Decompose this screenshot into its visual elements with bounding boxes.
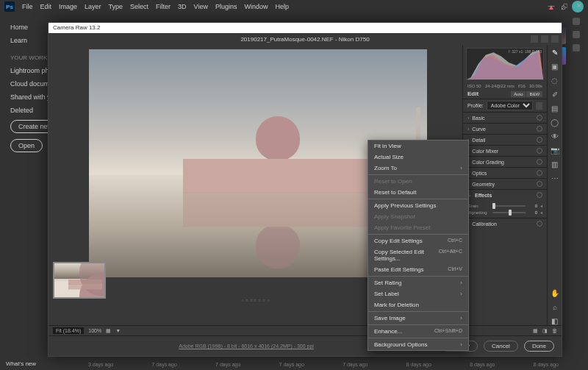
menu-plugins[interactable]: Plugins [215,3,237,10]
cancel-button[interactable]: Cancel [484,341,518,352]
minimize-icon[interactable]: — [548,2,555,10]
toggle-tool-icon[interactable]: ◧ [551,316,559,325]
redeye-tool-icon[interactable]: 👁 [551,132,559,140]
ps-logo: Ps [4,1,15,12]
menu-view[interactable]: View [194,3,208,10]
edit-tool-icon[interactable]: ✎ [551,48,559,57]
context-menu: Fit in View Actual Size Zoom To› Reset t… [368,140,469,351]
edit-label: Edit [467,90,478,97]
menu-file[interactable]: File [22,3,33,10]
acr-file-header: 20190217_PutraMosque-0042.NEF - Nikon D7… [49,33,562,45]
panel-icon[interactable] [573,18,580,25]
ctx-bg-options[interactable]: Background Options› [368,339,468,350]
acc-effects[interactable]: ⌄Effects [463,189,547,200]
zoom-tool-icon[interactable]: ⌕ [551,302,559,311]
radial-tool-icon[interactable]: ◯ [551,118,559,127]
filter-icon[interactable]: ▼ [115,328,121,333]
acc-curve[interactable]: ›Curve [463,123,547,134]
grid-view-icon[interactable]: ▦ [533,328,538,334]
acc-geometry[interactable]: ›Geometry [463,178,547,189]
ctx-reset-default[interactable]: Reset to Default [368,187,468,198]
maximize-icon[interactable]: □ [564,2,567,10]
fit-dropdown[interactable]: Fit (18.4%) [53,327,84,334]
profile-browser-icon[interactable] [536,102,542,110]
menu-select[interactable]: Select [130,3,148,10]
acc-colormixer[interactable]: ›Color Mixer [463,145,547,156]
ctx-paste[interactable]: Paste Edit SettingsCtrl+V [368,264,468,275]
hand-tool-icon[interactable]: ✋ [551,288,559,297]
ctx-apply-fav: Apply Favorite Preset [368,222,468,233]
vignette-slider[interactable] [492,212,526,213]
camera-raw-dialog: Camera Raw 13.2 20190217_PutraMosque-004… [48,22,562,357]
menu-filter[interactable]: Filter [156,3,171,10]
trash-icon[interactable]: 🗑 [552,328,557,333]
ctx-fit[interactable]: Fit in View [368,140,468,152]
profile-label: Profile: [467,103,484,108]
ctx-label[interactable]: Set Label› [368,288,468,299]
snapshot-tool-icon[interactable]: 📷 [551,146,559,154]
ctx-mark-delete[interactable]: Mark for Deletion [368,299,468,310]
menu-layer[interactable]: Layer [85,3,101,10]
bw-button[interactable]: B&W [526,91,542,97]
ctx-rating[interactable]: Set Rating› [368,277,468,288]
panel-icon[interactable] [573,31,580,38]
histogram[interactable]: f: 327 x1: 198 R:293 [466,48,544,80]
acc-calibration[interactable]: ›Calibration [463,218,547,229]
app-menubar: Ps File Edit Image Layer Type Select Fil… [0,0,588,13]
filmstrip-toggle-icon[interactable]: ▦ [106,328,111,334]
fullscreen-icon[interactable] [551,35,559,43]
brush-tool-icon[interactable]: ✐ [551,90,559,99]
acr-toolstrip: ✎ ▣ ◌ ✐ ▤ ◯ 👁 📷 ▥ ⋯ ✋ ⌕ ◧ [547,45,562,325]
ctx-reset-open: Reset to Open [368,176,468,187]
menu-image[interactable]: Image [59,3,77,10]
ctx-copy-sel[interactable]: Copy Selected Edit Settings...Ctrl+Alt+C [368,246,468,264]
right-dock [564,13,588,352]
menu-3d[interactable]: 3D [178,3,187,10]
ctx-save[interactable]: Save Image› [368,313,468,324]
ctx-zoomto[interactable]: Zoom To› [368,163,468,174]
auto-button[interactable]: Auto [511,91,526,97]
ctx-enhance[interactable]: Enhance...Ctrl+Shift+D [368,326,468,337]
acr-footer: Adobe RGB (1998) - 8 bit - 6016 x 4016 (… [49,335,562,356]
heal-tool-icon[interactable]: ◌ [551,76,559,85]
profile-select[interactable]: Adobe Color [487,101,533,110]
presets-icon[interactable]: ▥ [551,160,559,168]
close-icon[interactable]: ✕ [576,2,582,10]
menu-window[interactable]: Window [245,3,268,10]
menu-edit[interactable]: Edit [40,3,52,10]
recent-timeline: 3 days ago7 days ago7 days ago7 days ago… [88,362,559,367]
grain-label: Grain [467,204,490,208]
menu-type[interactable]: Type [109,3,123,10]
whats-new-link[interactable]: What's new [6,360,36,367]
panel-icon[interactable] [573,44,580,51]
acc-detail[interactable]: ›Detail [463,134,547,145]
compare-icon[interactable]: ◨ [542,328,548,334]
ctx-actual[interactable]: Actual Size [368,152,468,163]
ctx-apply-snap: Apply Snapshot [368,211,468,222]
more-icon[interactable]: ⋯ [551,174,559,182]
vignette-label: Vignetting [467,210,490,215]
rating-stars[interactable]: ⬦ ☆ ☆ ☆ ☆ ☆ ⬦ [241,297,270,302]
acr-titlebar: Camera Raw 13.2 [49,23,562,33]
open-button[interactable]: Open [10,139,43,152]
edit-panel: f: 327 x1: 198 R:293 ISO 5024-24@22 mmf/… [463,45,547,325]
filmstrip-thumb[interactable] [53,262,106,299]
gradient-tool-icon[interactable]: ▤ [551,104,559,113]
toggle-icon[interactable] [531,35,538,43]
ctx-apply-prev[interactable]: Apply Previous Settings [368,200,468,211]
done-button[interactable]: Done [524,341,554,352]
window-controls: — □ ✕ [542,0,588,12]
acc-colorgrading[interactable]: ›Color Grading [463,156,547,167]
ctx-copy[interactable]: Copy Edit SettingsCtrl+C [368,235,468,246]
acc-optics[interactable]: ›Optics [463,167,547,178]
zoom-100[interactable]: 100% [88,328,101,333]
crop-tool-icon[interactable]: ▣ [551,62,559,71]
acr-status-bar: Fit (18.4%) 100% ▦ ▼ ▦ ◨ 🗑 [49,325,562,335]
exif-meta: ISO 5024-24@22 mmf/1630.00s [463,83,547,89]
gear-icon[interactable] [541,35,548,43]
menu-help[interactable]: Help [276,3,290,10]
grain-slider[interactable] [492,205,526,207]
acc-basic[interactable]: ›Basic [463,112,547,123]
acr-filename: 20190217_PutraMosque-0042.NEF - Nikon D7… [240,36,369,43]
